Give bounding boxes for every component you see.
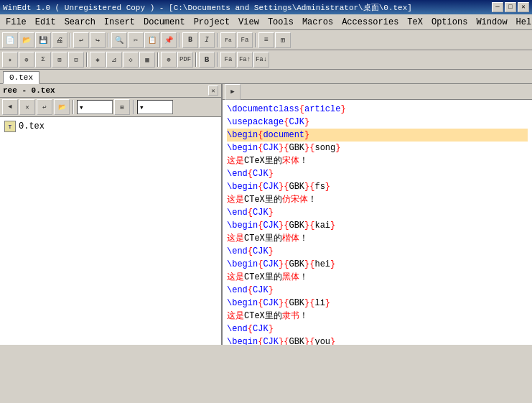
file-icon: T	[4, 121, 16, 132]
menu-tools[interactable]: Tools	[263, 16, 298, 29]
ft-dropdown-b[interactable]: ▾	[137, 100, 173, 114]
ed-btn-arrow[interactable]: ▶	[225, 84, 241, 100]
ft-btn-d[interactable]: 📂	[54, 99, 70, 115]
filetree-content: T 0.tex	[0, 117, 221, 345]
tool-e[interactable]: ⊟	[68, 52, 84, 68]
titlebar: WinEdt 1.0 ( Unregistered Copy ) - [C:\D…	[0, 0, 532, 14]
close-button[interactable]: ✕	[518, 2, 529, 12]
menu-insert[interactable]: Insert	[100, 16, 139, 29]
table-button[interactable]: ⊞	[275, 32, 291, 48]
paste-button[interactable]: 📌	[161, 32, 177, 48]
menubar: File Edit Search Insert Document Project…	[0, 14, 532, 30]
sep1	[70, 33, 71, 47]
sep5	[255, 33, 256, 47]
code-line-13: \begin{CJK}{GBK}{hei}	[227, 259, 335, 269]
editor-content[interactable]: \documentclass{article} \usepackage{CJK}…	[223, 100, 532, 345]
editor-panel: ▶ \documentclass{article} \usepackage{CJ…	[223, 84, 532, 345]
code-line-12: \end{CJK}	[227, 246, 274, 256]
tool-f[interactable]: ◈	[90, 52, 106, 68]
titlebar-text: WinEdt 1.0 ( Unregistered Copy ) - [C:\D…	[3, 2, 412, 13]
tool-b[interactable]: ⊕	[19, 52, 34, 68]
ft-btn-c[interactable]: ↩	[37, 99, 52, 115]
menu-macros[interactable]: Macros	[298, 16, 337, 29]
ft-sep2	[133, 100, 134, 114]
menu-accessories[interactable]: Accessories	[337, 16, 403, 29]
menu-search[interactable]: Search	[60, 16, 100, 29]
maximize-button[interactable]: □	[505, 2, 516, 12]
tab-0tex[interactable]: 0.tex	[3, 71, 39, 84]
menu-window[interactable]: Window	[472, 16, 511, 29]
code-line-11: 这是CTeX里的楷体！	[227, 233, 308, 244]
menu-project[interactable]: Project	[190, 16, 234, 29]
code-line-15: \end{CJK}	[227, 285, 274, 295]
tool-o[interactable]: Fa↓	[253, 52, 269, 68]
menu-tex[interactable]: TeX	[403, 16, 427, 29]
tool-i[interactable]: ▦	[139, 52, 155, 68]
filetree-header: ree - 0.tex ✕	[0, 84, 221, 98]
tool-d[interactable]: ⊞	[52, 52, 67, 68]
toolbar-row1: 📄 📂 💾 🖨 ↩ ↪ 🔍 ✂ 📋 📌 B I Fa Fa ≡ ⊞	[0, 30, 532, 50]
menu-help[interactable]: Help	[512, 16, 532, 29]
tool-a[interactable]: ✦	[2, 52, 18, 68]
tree-item-0tex[interactable]: T 0.tex	[3, 120, 218, 133]
code-line-1: \documentclass{article}	[227, 104, 346, 114]
tool-c[interactable]: Σ	[35, 52, 51, 68]
code-line-6: \end{CJK}	[227, 169, 274, 179]
menu-file[interactable]: File	[1, 16, 31, 29]
code-line-19: \begin{CJK}{GBK}{you}	[227, 337, 335, 345]
tool-j[interactable]: ⊛	[161, 52, 177, 68]
code-line-16: \begin{CJK}{GBK}{li}	[227, 298, 330, 308]
menu-view[interactable]: View	[234, 16, 263, 29]
filetree-toolbar: ◄ ✕ ↩ 📂 ▾ ⊞ ▾	[0, 98, 221, 117]
editor-toolbar: ▶	[223, 84, 532, 100]
sep2	[108, 33, 109, 47]
ft-sep1	[73, 100, 74, 114]
code-line-5: 这是CTeX里的宋体！	[227, 156, 308, 166]
save-button[interactable]: 💾	[35, 32, 51, 48]
sep3	[179, 33, 180, 47]
list-button[interactable]: ≡	[258, 32, 274, 48]
menu-options[interactable]: Options	[427, 16, 472, 29]
open-button[interactable]: 📂	[19, 32, 34, 48]
ft-btn-b[interactable]: ✕	[19, 99, 35, 115]
filetree-title: ree - 0.tex	[3, 86, 55, 95]
tool-n[interactable]: Fa↑	[237, 52, 253, 68]
toolbar-row2: ✦ ⊕ Σ ⊞ ⊟ ◈ ⊿ ◇ ▦ ⊛ PDF B Fa Fa↑ Fa↓	[0, 50, 532, 70]
filetree-close[interactable]: ✕	[208, 85, 218, 96]
code-line-7: \begin{CJK}{GBK}{fs}	[227, 182, 330, 192]
search-button[interactable]: 🔍	[111, 32, 127, 48]
sep8	[195, 52, 197, 67]
sep4	[217, 33, 218, 47]
undo-button[interactable]: ↩	[73, 32, 89, 48]
tool-m[interactable]: Fa	[220, 52, 236, 68]
font-size-decrease[interactable]: Fa	[220, 32, 236, 48]
code-line-17: 这是CTeX里的隶书！	[227, 311, 308, 321]
menu-edit[interactable]: Edit	[31, 16, 60, 29]
tool-h[interactable]: ◇	[123, 52, 139, 68]
code-line-9: \end{CJK}	[227, 208, 274, 218]
code-line-2: \usepackage{CJK}	[227, 117, 309, 127]
main-content: ree - 0.tex ✕ ◄ ✕ ↩ 📂 ▾ ⊞ ▾ T 0.tex ▶	[0, 84, 532, 345]
cut-button[interactable]: ✂	[128, 32, 144, 48]
italic-button[interactable]: I	[199, 32, 215, 48]
tool-k[interactable]: PDF	[177, 52, 193, 68]
ft-btn-a[interactable]: ◄	[2, 99, 18, 115]
print-button[interactable]: 🖨	[52, 32, 67, 48]
code-line-14: 这是CTeX里的黑体！	[227, 272, 308, 282]
bold-button[interactable]: B	[182, 32, 198, 48]
tree-item-label: 0.tex	[19, 121, 45, 131]
tool-l[interactable]: B	[199, 52, 215, 68]
font-size-increase[interactable]: Fa	[237, 32, 253, 48]
ft-btn-e[interactable]: ⊞	[114, 99, 130, 115]
sep6	[86, 52, 88, 67]
copy-button[interactable]: 📋	[144, 32, 160, 48]
filetree-panel: ree - 0.tex ✕ ◄ ✕ ↩ 📂 ▾ ⊞ ▾ T 0.tex	[0, 84, 223, 345]
ft-dropdown-a[interactable]: ▾	[77, 100, 113, 114]
tabbar: 0.tex	[0, 70, 532, 84]
tool-g[interactable]: ⊿	[106, 52, 122, 68]
new-button[interactable]: 📄	[2, 32, 18, 48]
menu-document[interactable]: Document	[139, 16, 190, 29]
code-line-18: \end{CJK}	[227, 324, 274, 334]
minimize-button[interactable]: ─	[492, 2, 503, 12]
redo-button[interactable]: ↪	[90, 32, 106, 48]
